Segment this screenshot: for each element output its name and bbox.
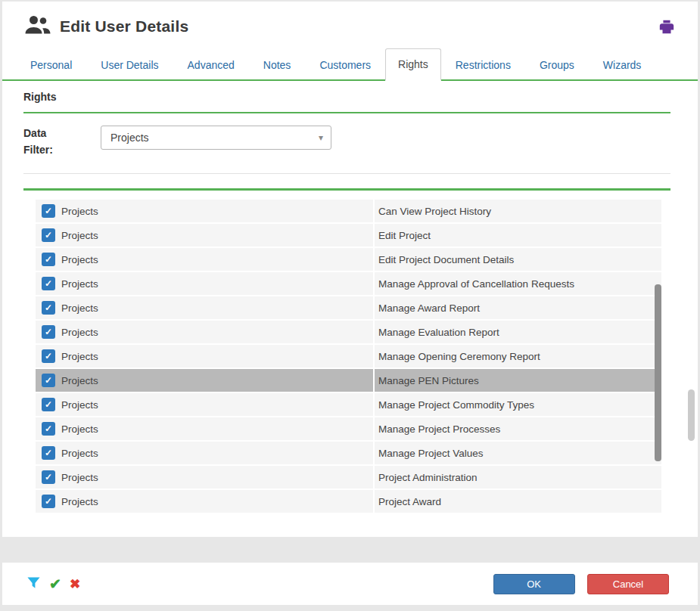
table-row[interactable]: ✓ Projects Edit Project bbox=[36, 224, 661, 248]
checkbox[interactable]: ✓ bbox=[42, 446, 55, 460]
checkbox[interactable]: ✓ bbox=[42, 495, 55, 508]
table-row[interactable]: ✓ Projects Project Administration bbox=[36, 466, 661, 490]
table-row[interactable]: ✓ Projects Manage Opening Ceremony Repor… bbox=[36, 345, 661, 369]
category-cell: Projects bbox=[61, 490, 375, 513]
checkbox[interactable]: ✓ bbox=[42, 253, 55, 266]
tab-restrictions[interactable]: Restrictions bbox=[441, 51, 525, 79]
checkbox[interactable]: ✓ bbox=[42, 325, 55, 339]
page-title: Edit User Details bbox=[60, 17, 188, 36]
category-cell: Projects bbox=[61, 296, 375, 319]
checkbox[interactable]: ✓ bbox=[42, 204, 55, 218]
right-name-cell: Edit Project Document Details bbox=[375, 248, 661, 271]
checkbox-cell: ✓ bbox=[36, 466, 61, 488]
category-cell: Projects bbox=[61, 369, 375, 392]
checkbox[interactable]: ✓ bbox=[42, 374, 55, 387]
table-scrollbar-thumb[interactable] bbox=[655, 284, 661, 461]
checkbox-cell: ✓ bbox=[36, 296, 61, 319]
checkbox-cell: ✓ bbox=[36, 490, 61, 513]
tab-personal[interactable]: Personal bbox=[16, 51, 86, 79]
tab-customers[interactable]: Customers bbox=[305, 51, 385, 79]
right-name-cell: Manage Project Processes bbox=[375, 417, 661, 440]
checkbox-cell: ✓ bbox=[36, 321, 61, 343]
table-row[interactable]: ✓ Projects Manage Evaluation Report bbox=[36, 321, 661, 345]
checkbox-cell: ✓ bbox=[36, 442, 61, 464]
table-row[interactable]: ✓ Projects Can View Project History bbox=[36, 200, 661, 224]
tab-groups[interactable]: Groups bbox=[525, 51, 589, 79]
table-row[interactable]: ✓ Projects Project Award bbox=[36, 490, 661, 514]
checkbox-cell: ✓ bbox=[36, 200, 61, 222]
footer-buttons: OK Cancel bbox=[493, 574, 669, 594]
table-row[interactable]: ✓ Projects Manage PEN Pictures bbox=[36, 369, 661, 393]
checkbox-cell: ✓ bbox=[36, 345, 61, 368]
users-icon bbox=[23, 14, 51, 38]
tab-advanced[interactable]: Advanced bbox=[173, 51, 249, 79]
right-name-cell: Manage Evaluation Report bbox=[375, 321, 661, 343]
right-name-cell: Project Award bbox=[375, 490, 661, 513]
checkbox-cell: ✓ bbox=[36, 417, 61, 440]
table-row[interactable]: ✓ Projects Edit Project Document Details bbox=[36, 248, 661, 272]
table-row[interactable]: ✓ Projects Manage Project Commodity Type… bbox=[36, 393, 661, 417]
right-name-cell: Manage Project Commodity Types bbox=[375, 393, 661, 416]
table-row[interactable]: ✓ Projects Manage Approval of Cancellati… bbox=[36, 272, 661, 296]
category-cell: Projects bbox=[61, 224, 375, 247]
right-name-cell: Manage Award Report bbox=[375, 296, 661, 319]
checkbox-cell: ✓ bbox=[36, 272, 61, 295]
section-title: Rights bbox=[2, 81, 698, 112]
checkbox[interactable]: ✓ bbox=[42, 301, 55, 315]
category-cell: Projects bbox=[61, 321, 375, 343]
chevron-down-icon: ▾ bbox=[319, 132, 323, 143]
checkbox[interactable]: ✓ bbox=[42, 228, 55, 242]
table-row[interactable]: ✓ Projects Manage Award Report bbox=[36, 296, 661, 321]
checkbox[interactable]: ✓ bbox=[42, 277, 55, 290]
checkbox-cell: ✓ bbox=[36, 224, 61, 247]
footer-icons: ✔ ✖ bbox=[26, 575, 80, 593]
checkbox-cell: ✓ bbox=[36, 248, 61, 271]
window-header: Edit User Details bbox=[2, 2, 698, 45]
category-cell: Projects bbox=[61, 393, 375, 416]
checkbox[interactable]: ✓ bbox=[42, 422, 55, 436]
edit-user-details-window: Edit User Details PersonalUser DetailsAd… bbox=[2, 2, 698, 537]
checkbox[interactable]: ✓ bbox=[42, 349, 55, 363]
tab-bar: PersonalUser DetailsAdvancedNotesCustome… bbox=[2, 48, 698, 81]
category-cell: Projects bbox=[61, 248, 375, 271]
ok-button[interactable]: OK bbox=[493, 574, 575, 594]
footer-bar: ✔ ✖ OK Cancel bbox=[2, 563, 698, 605]
print-icon[interactable] bbox=[658, 18, 675, 35]
category-cell: Projects bbox=[61, 442, 375, 464]
data-filter-value: Projects bbox=[110, 132, 149, 144]
data-filter-select[interactable]: Projects ▾ bbox=[101, 126, 331, 150]
filter-funnel-icon[interactable] bbox=[26, 575, 41, 593]
reject-x-icon[interactable]: ✖ bbox=[70, 576, 80, 592]
right-name-cell: Manage PEN Pictures bbox=[375, 369, 661, 392]
category-cell: Projects bbox=[61, 466, 375, 488]
confirm-check-icon[interactable]: ✔ bbox=[49, 575, 61, 593]
right-name-cell: Can View Project History bbox=[375, 200, 661, 222]
cancel-button[interactable]: Cancel bbox=[587, 574, 669, 594]
right-name-cell: Manage Opening Ceremony Report bbox=[375, 345, 661, 368]
checkbox[interactable]: ✓ bbox=[42, 470, 55, 484]
table-row[interactable]: ✓ Projects Manage Project Values bbox=[36, 442, 661, 466]
data-filter-label: Data Filter: bbox=[23, 126, 70, 158]
rights-table: ✓ Projects Can View Project History ✓ Pr… bbox=[36, 200, 661, 529]
tab-wizards[interactable]: Wizards bbox=[589, 51, 656, 79]
right-name-cell: Manage Project Values bbox=[375, 442, 661, 464]
table-scrollbar[interactable] bbox=[655, 200, 661, 529]
page-scrollbar[interactable] bbox=[688, 389, 695, 441]
category-cell: Projects bbox=[61, 345, 375, 368]
category-cell: Projects bbox=[61, 417, 375, 440]
tab-user-details[interactable]: User Details bbox=[86, 51, 173, 79]
category-cell: Projects bbox=[61, 200, 375, 222]
tab-rights[interactable]: Rights bbox=[385, 48, 441, 81]
tab-notes[interactable]: Notes bbox=[249, 51, 306, 79]
right-name-cell: Project Administration bbox=[375, 466, 661, 488]
checkbox[interactable]: ✓ bbox=[42, 398, 55, 411]
right-name-cell: Edit Project bbox=[375, 224, 661, 247]
checkbox-cell: ✓ bbox=[36, 393, 61, 416]
divider bbox=[23, 188, 670, 191]
data-filter-row: Data Filter: Projects ▾ bbox=[2, 113, 698, 173]
category-cell: Projects bbox=[61, 272, 375, 295]
checkbox-cell: ✓ bbox=[36, 369, 61, 392]
right-name-cell: Manage Approval of Cancellation Requests bbox=[375, 272, 661, 295]
table-row[interactable]: ✓ Projects Manage Project Processes bbox=[36, 417, 661, 442]
